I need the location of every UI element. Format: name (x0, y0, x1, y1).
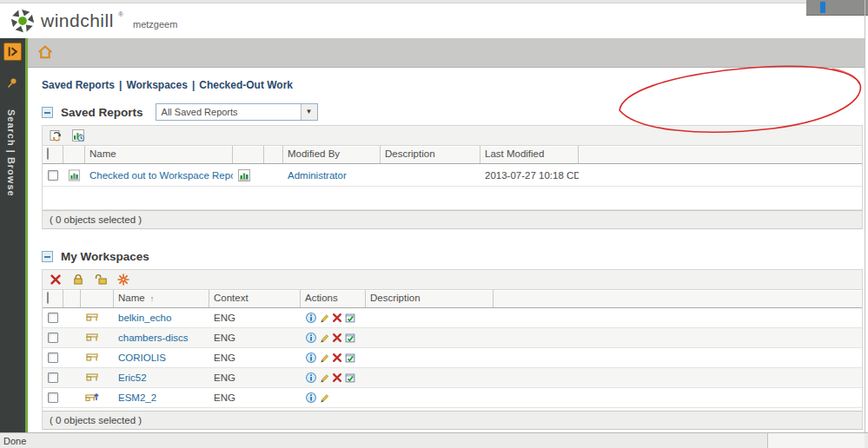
update-report-icon[interactable] (48, 128, 63, 143)
delete-icon[interactable] (48, 272, 63, 287)
saved-reports-table: Name Modified By Description Last Modifi… (42, 125, 863, 229)
trademark: ® (118, 10, 123, 18)
windchill-logo-icon (10, 8, 36, 34)
info-icon[interactable] (305, 312, 317, 324)
context-column-header[interactable]: Context (209, 290, 301, 307)
empty-table-space (43, 187, 862, 210)
breadcrumb-link-saved-reports[interactable]: Saved Reports (42, 79, 115, 91)
info-icon[interactable] (305, 372, 317, 384)
table-row: chambers-discs ENG (43, 328, 862, 348)
run-report-icon[interactable] (237, 168, 251, 182)
active-workspace-icon (85, 391, 99, 405)
table-row: Eric52 ENG (43, 368, 862, 388)
chevron-right-icon (4, 43, 21, 60)
collapse-section-button[interactable] (42, 251, 53, 262)
edit-pencil-icon[interactable] (318, 352, 330, 364)
last-modified-column-header[interactable]: Last Modified (480, 146, 579, 163)
delete-icon[interactable] (331, 352, 343, 364)
info-icon[interactable] (305, 332, 317, 344)
workspace-icon (85, 371, 99, 385)
my-workspaces-title: My Workspaces (61, 250, 149, 263)
select-all-checkbox[interactable] (47, 292, 49, 304)
workspace-link[interactable]: Eric52 (118, 372, 147, 383)
new-workspace-icon[interactable] (116, 272, 131, 287)
expand-navigator-button[interactable] (3, 43, 22, 61)
collapse-section-button[interactable] (42, 107, 53, 118)
workspace-link[interactable]: chambers-discs (118, 333, 189, 343)
home-button[interactable] (36, 43, 56, 63)
delete-icon[interactable] (331, 312, 343, 324)
description-column-header[interactable]: Description (381, 146, 480, 163)
saved-reports-title: Saved Reports (61, 106, 143, 119)
edit-pencil-icon[interactable] (318, 332, 330, 344)
delete-icon[interactable] (331, 372, 343, 384)
content-area: Saved Reports|Workspaces|Checked-Out Wor… (28, 68, 865, 432)
last-modified-cell: 2013-07-27 10:18 CDT (480, 170, 579, 181)
delete-icon[interactable] (331, 332, 343, 344)
context-cell: ENG (209, 392, 301, 403)
report-link[interactable]: Checked out to Workspace Report (89, 170, 233, 181)
unlock-icon[interactable] (93, 272, 109, 287)
edit-pencil-icon[interactable] (318, 392, 330, 404)
workspace-icon (85, 311, 99, 325)
make-active-icon[interactable] (344, 312, 356, 324)
breadcrumb-link-checked-out-work[interactable]: Checked-Out Work (199, 79, 293, 91)
workspace-link[interactable]: CORIOLIS (118, 352, 166, 363)
row-checkbox[interactable] (48, 352, 58, 363)
edit-pencil-icon[interactable] (318, 372, 330, 384)
saved-reports-filter-select[interactable]: All Saved Reports ▼ (156, 103, 318, 121)
workspace-link[interactable]: ESM2_2 (118, 392, 156, 403)
spacer-column-header (264, 146, 283, 163)
type-column-header (81, 290, 114, 307)
dropdown-arrow-icon[interactable]: ▼ (301, 104, 317, 120)
spacer-column-header (63, 290, 81, 307)
status-bar-segment (767, 433, 865, 448)
table-row: ESM2_2 ENG (43, 388, 862, 408)
pin-icon (5, 76, 19, 90)
lock-icon[interactable] (70, 272, 86, 287)
name-column-header[interactable]: Name↑ (114, 290, 209, 307)
home-icon (36, 43, 54, 61)
info-icon[interactable] (305, 392, 317, 404)
make-active-icon[interactable] (344, 352, 356, 364)
make-active-icon[interactable] (344, 332, 356, 344)
scrollbar-thumb[interactable] (820, 2, 825, 13)
sort-ascending-icon: ↑ (145, 294, 155, 303)
type-column-header (63, 146, 85, 163)
my-workspaces-section-header: My Workspaces (42, 247, 149, 266)
my-workspaces-toolbar (43, 270, 862, 290)
actions-column-header: Actions (301, 290, 366, 307)
description-column-header[interactable]: Description (366, 290, 494, 307)
browser-status-bar: Done (0, 432, 868, 448)
saved-reports-footer: ( 0 objects selected ) (43, 210, 862, 229)
row-checkbox[interactable] (48, 333, 58, 343)
row-checkbox[interactable] (48, 170, 58, 181)
make-active-icon[interactable] (344, 372, 356, 384)
pin-panel-button[interactable] (5, 76, 19, 90)
filler-column-header (494, 290, 862, 307)
schedule-report-icon[interactable] (70, 128, 86, 143)
name-column-label: Name (118, 293, 145, 303)
navigation-sidebar: Search | Browse (0, 38, 25, 432)
workspace-icon (85, 351, 99, 365)
name-column-header[interactable]: Name (85, 146, 233, 163)
row-checkbox[interactable] (48, 313, 58, 323)
filler-column-header (579, 146, 862, 163)
modified-by-link[interactable]: Administrator (288, 170, 347, 181)
app-title: windchill (41, 10, 114, 31)
modified-by-column-header[interactable]: Modified By (283, 146, 381, 163)
status-text: Done (3, 436, 26, 446)
my-workspaces-header-row: Name↑ Context Actions Description (43, 290, 862, 308)
breadcrumb: Saved Reports|Workspaces|Checked-Out Wor… (42, 79, 293, 91)
row-checkbox[interactable] (48, 372, 58, 383)
minus-icon (44, 112, 50, 114)
row-checkbox[interactable] (48, 392, 58, 403)
edit-pencil-icon[interactable] (318, 312, 330, 324)
info-icon[interactable] (305, 352, 317, 364)
workspace-link[interactable]: belkin_echo (118, 313, 171, 323)
page: windchill ® metzgeem Search | Browse Sav… (0, 0, 868, 448)
logged-in-user: metzgeem (133, 19, 177, 30)
search-browse-tab[interactable]: Search | Browse (6, 109, 17, 197)
select-all-checkbox[interactable] (47, 148, 49, 160)
breadcrumb-link-workspaces[interactable]: Workspaces (126, 79, 187, 91)
